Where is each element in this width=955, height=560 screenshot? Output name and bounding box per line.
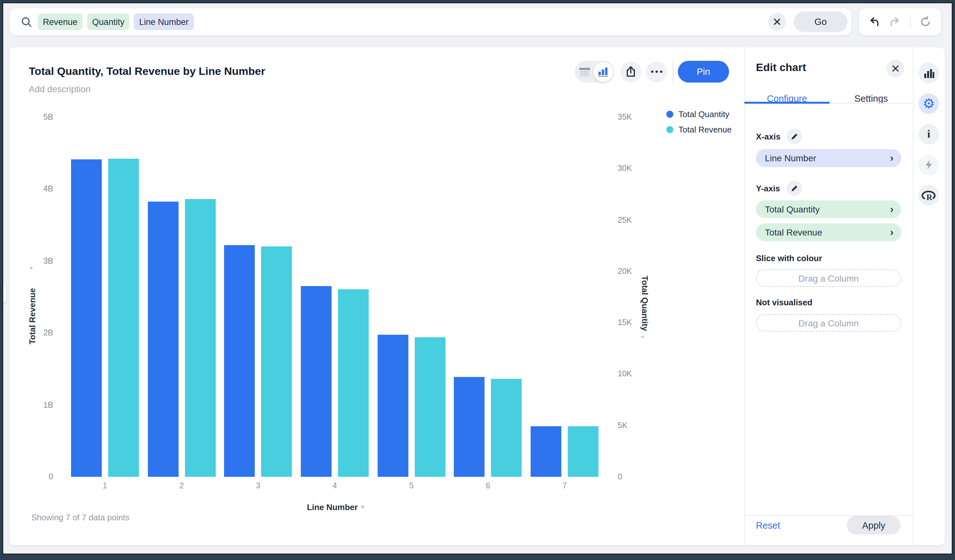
undo-button[interactable] <box>868 16 880 27</box>
legend-dot-revenue <box>666 126 673 133</box>
x-tick-label: 4 <box>316 481 354 490</box>
y-right-tick: 35K <box>618 112 646 122</box>
go-button[interactable]: Go <box>794 11 847 32</box>
not-visualised-section-label: Not visualised <box>756 297 812 307</box>
rail-divider <box>913 47 913 545</box>
bar-revenue[interactable] <box>415 337 445 477</box>
redo-button[interactable] <box>889 16 900 27</box>
x-tick-label: 3 <box>239 481 277 490</box>
not-visualised-drop-zone[interactable]: Drag a Column <box>756 314 901 332</box>
plot-area <box>67 117 603 477</box>
close-panel-button[interactable] <box>886 59 905 77</box>
chevron-right-icon: › <box>890 227 894 238</box>
y-right-tick: 30K <box>618 164 646 174</box>
legend-item-revenue[interactable]: Total Revenue <box>666 124 732 135</box>
search-token-revenue[interactable]: Revenue <box>38 13 83 30</box>
y-left-tick: 0 <box>26 472 53 482</box>
x-axis-title[interactable]: Line Number ▼ <box>285 502 387 512</box>
y-axis-field-pill-revenue[interactable]: Total Revenue › <box>756 224 901 241</box>
redo-icon <box>889 16 900 27</box>
clear-search-button[interactable] <box>768 13 786 31</box>
x-axis-field-pill[interactable]: Line Number › <box>756 149 901 167</box>
y-left-axis-title[interactable]: Total Revenue <box>28 278 38 355</box>
bar-revenue[interactable] <box>338 289 369 477</box>
field-pill-label: Total Quantity <box>765 204 820 214</box>
bar-quantity[interactable] <box>224 245 255 477</box>
x-tick-label: 6 <box>469 481 507 490</box>
legend-item-quantity[interactable]: Total Quantity <box>666 109 732 119</box>
legend-label: Total Quantity <box>678 109 730 119</box>
view-toggle <box>575 61 614 83</box>
y-right-axis-expander-icon[interactable]: ◂ <box>641 333 643 340</box>
chart-description-placeholder[interactable]: Add description <box>29 84 91 94</box>
ellipsis-icon <box>651 70 662 73</box>
info-icon: i <box>927 128 930 141</box>
bar-quantity[interactable] <box>531 427 561 477</box>
pin-button[interactable]: Pin <box>678 61 729 83</box>
lightning-icon <box>924 160 933 170</box>
table-icon <box>579 67 591 77</box>
table-view-toggle[interactable] <box>575 61 594 83</box>
y-left-tick: 5B <box>26 112 53 122</box>
y-right-tick: 5K <box>618 420 646 430</box>
app-screen: Revenue Quantity Line Number Go <box>3 3 952 554</box>
chart-card: Total Quantity, Total Revenue by Line Nu… <box>9 47 945 545</box>
edit-x-axis-button[interactable] <box>787 129 802 144</box>
apply-button[interactable]: Apply <box>847 516 900 534</box>
edit-chart-title: Edit chart <box>756 61 806 74</box>
legend: Total Quantity Total Revenue <box>666 109 732 135</box>
refresh-button[interactable] <box>920 16 932 28</box>
edit-y-axis-button[interactable] <box>786 180 802 196</box>
x-tick-label: 7 <box>545 481 584 490</box>
bar-quantity[interactable] <box>147 201 178 477</box>
window-frame: Revenue Quantity Line Number Go <box>0 0 955 560</box>
chart-title: Total Quantity, Total Revenue by Line Nu… <box>29 65 265 78</box>
panel-divider <box>744 47 745 545</box>
left-drawer-handle[interactable] <box>3 286 6 303</box>
bar-quantity[interactable] <box>454 377 485 477</box>
pencil-icon <box>791 133 798 140</box>
share-button[interactable] <box>620 61 641 82</box>
more-options-button[interactable] <box>646 61 667 82</box>
search-token-quantity[interactable]: Quantity <box>87 13 130 30</box>
x-tick-label: 2 <box>162 481 201 490</box>
bar-quantity[interactable] <box>71 160 102 477</box>
x-tick-label: 1 <box>86 481 124 490</box>
active-tab-indicator <box>744 102 830 104</box>
field-pill-label: Line Number <box>765 153 816 163</box>
bar-revenue[interactable] <box>261 247 292 477</box>
search-token-row: Revenue Quantity Line Number <box>38 13 768 30</box>
y-axis-section-label: Y-axis <box>756 183 780 193</box>
search-bar[interactable]: Revenue Quantity Line Number Go <box>9 8 851 35</box>
refresh-icon <box>920 16 932 28</box>
r-language-icon: R <box>922 189 936 201</box>
bar-revenue[interactable] <box>108 159 139 477</box>
y-left-axis-expander-icon[interactable]: ▸ <box>30 264 33 271</box>
search-icon <box>21 16 32 27</box>
rail-r-script-button[interactable]: R <box>919 185 939 205</box>
history-toolbar <box>859 8 941 35</box>
slice-drop-zone[interactable]: Drag a Column <box>756 269 901 287</box>
header-divider <box>673 61 673 83</box>
close-icon <box>892 65 899 72</box>
rail-info-button[interactable]: i <box>919 124 939 145</box>
search-token-line-number[interactable]: Line Number <box>134 13 194 30</box>
bar-revenue[interactable] <box>491 379 522 477</box>
bar-quantity[interactable] <box>301 286 332 477</box>
y-left-tick: 1B <box>26 400 53 410</box>
tab-settings[interactable]: Settings <box>830 94 913 104</box>
svg-text:R: R <box>926 192 932 201</box>
y-right-tick: 10K <box>618 369 646 379</box>
bar-revenue[interactable] <box>568 427 598 477</box>
reset-button[interactable]: Reset <box>756 520 780 530</box>
chart-view-toggle[interactable] <box>593 62 613 81</box>
rail-visualisation-button[interactable] <box>919 63 939 83</box>
y-axis-field-pill-quantity[interactable]: Total Quantity › <box>756 200 901 218</box>
x-axis-title-label: Line Number <box>307 502 358 512</box>
rail-actions-button[interactable] <box>919 155 939 175</box>
bar-revenue[interactable] <box>185 199 215 477</box>
y-right-axis-title[interactable]: Total Quantity <box>639 265 650 342</box>
legend-label: Total Revenue <box>678 125 732 134</box>
bar-quantity[interactable] <box>377 335 408 477</box>
rail-settings-button[interactable]: ⚙ <box>919 93 939 114</box>
